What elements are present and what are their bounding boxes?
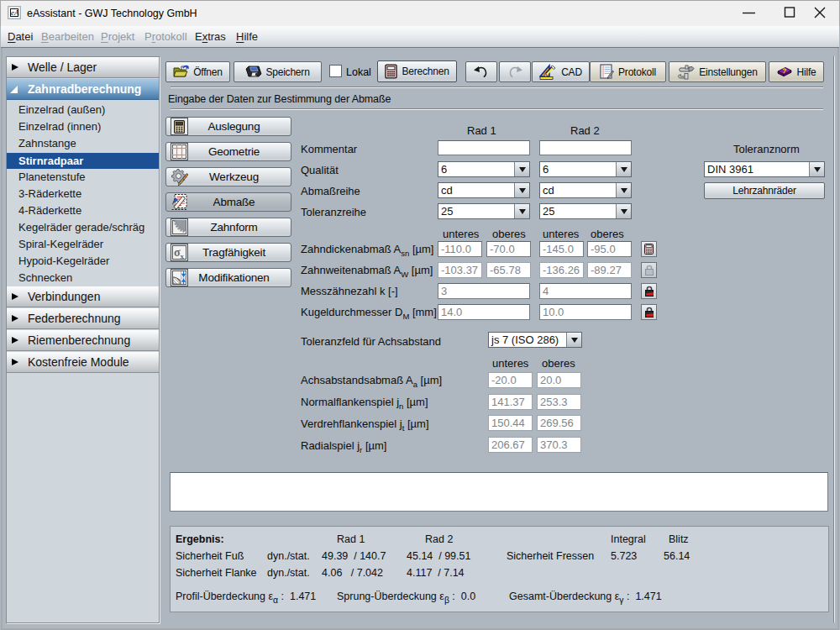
svg-text:x: x <box>181 252 185 260</box>
